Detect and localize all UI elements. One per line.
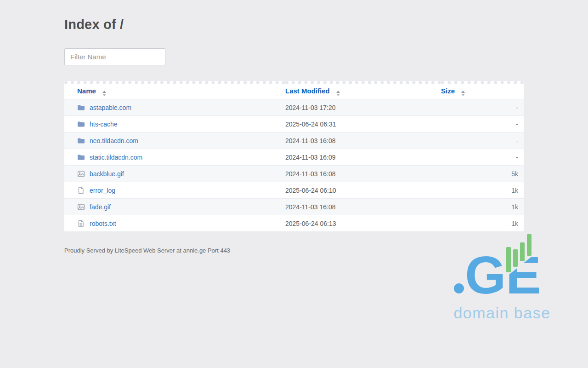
- file-link[interactable]: backblue.gif: [90, 170, 124, 178]
- directory-index-page: Index of / Name Last Modified Size astap…: [64, 0, 524, 254]
- size-cell: 1k: [441, 199, 524, 215]
- column-header-name[interactable]: Name: [64, 83, 285, 99]
- table-row: static.tildacdn.com 2024-11-03 16:09 -: [64, 149, 524, 166]
- file-link[interactable]: neo.tildacdn.com: [90, 137, 138, 144]
- size-cell: -: [441, 132, 524, 149]
- modified-header-label: Last Modified: [285, 87, 330, 95]
- folder-icon: [77, 121, 85, 128]
- modified-cell: 2024-11-03 16:08: [285, 166, 441, 182]
- table-row: astapable.com 2024-11-03 17:20 -: [64, 99, 524, 116]
- ge-domain-base-logo: G E domain base: [454, 230, 550, 324]
- table-row: error_log 2025-06-24 06:10 1k: [64, 182, 524, 199]
- name-header-label: Name: [77, 87, 96, 95]
- modified-cell: 2024-11-03 16:08: [285, 132, 441, 149]
- modified-cell: 2025-06-24 06:31: [285, 116, 441, 132]
- table-header-row: Name Last Modified Size: [64, 83, 524, 99]
- filter-name-input[interactable]: [64, 48, 165, 65]
- file-link[interactable]: astapable.com: [90, 104, 131, 111]
- logo-letter-g: G: [465, 246, 506, 305]
- file-link[interactable]: error_log: [90, 187, 115, 194]
- size-header-label: Size: [441, 87, 455, 95]
- folder-icon: [77, 104, 85, 111]
- sort-arrows-icon[interactable]: [336, 91, 340, 96]
- files-table: Name Last Modified Size astapable.com 20…: [64, 81, 524, 232]
- table-row: neo.tildacdn.com 2024-11-03 16:08 -: [64, 132, 524, 149]
- logo-dot: [454, 283, 464, 293]
- folder-icon: [77, 154, 85, 161]
- sort-arrows-icon[interactable]: [102, 91, 106, 96]
- page-title: Index of /: [64, 18, 524, 31]
- table-row: fade.gif 2024-11-03 16:08 1k: [64, 199, 524, 215]
- file-link[interactable]: static.tildacdn.com: [90, 154, 142, 161]
- image-icon: [77, 203, 85, 211]
- size-cell: 5k: [441, 166, 524, 182]
- table-row: hts-cache 2025-06-24 06:31 -: [64, 116, 524, 132]
- size-cell: -: [441, 149, 524, 166]
- column-header-modified[interactable]: Last Modified: [285, 83, 441, 99]
- size-cell: 1k: [441, 182, 524, 199]
- file-link[interactable]: fade.gif: [90, 203, 111, 211]
- table-row: robots.txt 2025-06-24 06:13 1k: [64, 215, 524, 232]
- modified-cell: 2025-06-24 06:13: [285, 215, 441, 232]
- file-link[interactable]: hts-cache: [90, 121, 118, 128]
- modified-cell: 2024-11-03 16:09: [285, 149, 441, 166]
- table-row: backblue.gif 2024-11-03 16:08 5k: [64, 166, 524, 182]
- size-cell: -: [441, 99, 524, 116]
- sort-arrows-icon[interactable]: [461, 91, 465, 96]
- size-cell: -: [441, 116, 524, 132]
- folder-icon: [77, 137, 85, 144]
- image-icon: [77, 170, 85, 178]
- logo-tagline: domain base: [454, 304, 550, 322]
- modified-cell: 2024-11-03 16:08: [285, 199, 441, 215]
- file-icon: [77, 187, 85, 194]
- size-cell: 1k: [441, 215, 524, 232]
- modified-cell: 2025-06-24 06:10: [285, 182, 441, 199]
- column-header-size[interactable]: Size: [441, 83, 524, 99]
- modified-cell: 2024-11-03 17:20: [285, 99, 441, 116]
- file-link[interactable]: robots.txt: [90, 220, 116, 227]
- file-text-icon: [77, 220, 85, 227]
